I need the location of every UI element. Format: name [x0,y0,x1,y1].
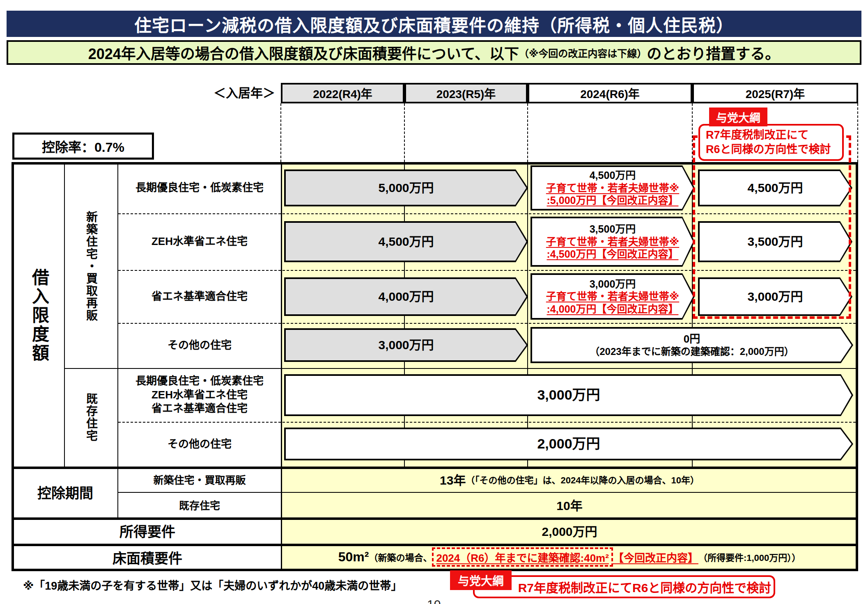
bar-2024-row3-content: 3,000万円 子育て世帯・若者夫婦世帯※ :4,000万円【今回改正内容】 [532,275,693,318]
subtitle-banner: 2024年入居等の場合の借入限度額及び床面積要件について、以下（※今回の改正内容… [7,40,861,65]
year-col-2022: 2022(R4)年 [281,83,404,103]
year-col-2024: 2024(R6)年 [528,83,692,103]
subtitle-paren: （※今回の改正内容は下線） [519,46,647,60]
row4-note: （2023年までに新築の建築確認：2,000万円） [590,345,794,357]
row-label-energy-std: 省エネ基準適合住宅 [118,270,281,323]
bar-2024-row3-top: 3,000万円 [590,278,636,291]
floor-area-label: 床面積要件 [14,546,281,569]
table-vline [527,165,528,467]
deduction-period-new-value: 13年（「その他の住宅」は、2024年以降の入居の場合、10年） [283,467,856,492]
column-guide-dash [527,103,528,162]
bar-2024-row1-content: 4,500万円 子育て世帯・若者夫婦世帯※ :5,000万円【今回改正内容】 [532,167,693,209]
floor-area-seg2: （所得要件:1,000万円）） [698,550,801,563]
r7-review-line2: R6と同様の方向性で検討 [706,142,842,157]
year-col-2025: 2025(R7)年 [692,83,858,103]
floor-area-red-boxed: 2024（R6）年までに建築確認:40m² [436,552,609,564]
group-existing: 既存住宅 [83,393,99,442]
bar-2024-2025-row4-content: 0円 （2023年までに新築の建築確認：2,000万円） [532,329,852,361]
r7-review-line1: R7年度税制改正にて [706,128,842,142]
move-in-year-label: ＜入居年＞ [148,83,275,103]
bar-2022-row3: 4,000万円 [284,277,528,316]
bar-2024-row3-red1: 子育て世帯・若者夫婦世帯※ [546,290,679,303]
bar-2024-row3-red2: :4,000万円【今回改正内容】 [547,303,679,316]
row-label-other-existing: その他の住宅 [118,422,281,467]
bar-2024-row2-red1: 子育て世帯・若者夫婦世帯※ [546,236,679,248]
bar-2022-row2-value: 4,500万円 [286,223,526,261]
existing-label-line1: 長期優良住宅・低炭素住宅 [135,374,264,388]
income-requirement-value: 2,000万円 [283,517,856,544]
table-vline [281,165,282,569]
slide-page: 住宅ローン減税の借入限度額及び床面積要件の維持（所得税・個人住民税） 2024年… [0,0,868,604]
group-existing-cell: 既存住宅 [65,369,117,466]
row-label-other-new: その他の住宅 [118,323,281,368]
period-13years-note: （「その他の住宅」は、2024年以降の入居の場合、10年） [466,473,699,486]
row-label-long-term: 長期優良住宅・低炭素住宅 [118,162,281,213]
existing-label-line2: ZEH水準省エネ住宅 [152,388,248,402]
deduction-period-existing-value: 10年 [283,492,856,517]
bar-existing-other: 2,000万円 [284,428,853,460]
r7-review-dashed-outline [693,135,851,319]
floor-area-red-tag: 【今回改正内容】 [613,549,698,565]
column-guide-dash [280,103,281,162]
bar-2022-row1: 5,000万円 [284,169,528,206]
row4-zero-yen: 0円 [684,333,700,346]
column-guide-dash [404,103,405,162]
floor-area-seg1: （新築の場合、 [369,550,432,563]
deduction-rate-box: 控除率：0.7% [12,133,154,160]
deduction-period-header: 控除期間 [14,469,117,515]
bar-2024-row2: 3,500万円 子育て世帯・若者夫婦世帯※ :4,500万円【今回改正内容】 [530,217,695,267]
bar-2024-row1-red1: 子育て世帯・若者夫婦世帯※ [546,182,679,194]
bar-2022-row4-value: 3,000万円 [286,330,526,360]
bar-2024-2025-row4: 0円 （2023年までに新築の建築確認：2,000万円） [530,327,853,363]
deduction-period-existing-label: 既存住宅 [118,492,281,517]
bar-2024-row1: 4,500万円 子育て世帯・若者夫婦世帯※ :5,000万円【今回改正内容】 [530,165,695,210]
group-new-construction: 新築住宅・買取再販 [83,211,99,322]
bar-2022-row2: 4,500万円 [284,221,528,262]
footnote: ※「19歳未満の子を有する世帯」又は「夫婦のいずれかが40歳未満の世帯」 [23,577,402,593]
floor-area-value: 50m² （新築の場合、 2024（R6）年までに建築確認:40m² 【今回改正… [283,545,856,569]
page-title: 住宅ローン減税の借入限度額及び床面積要件の維持（所得税・個人住民税） [7,11,861,37]
bar-existing-other-value: 2,000万円 [286,429,852,459]
ruling-party-badge-top: 与党大綱 [709,108,767,126]
income-requirement-label: 所得要件 [14,517,281,544]
r7-review-note-top: R7年度税制改正にて R6と同様の方向性で検討 [698,124,844,161]
subtitle-after: のとおり措置する。 [647,42,780,63]
loan-limit-header-cell: 借入限度額 [14,165,64,467]
existing-label-line3: 省エネ基準適合住宅 [152,402,248,416]
floor-area-50: 50m² [338,549,369,565]
bar-2024-row1-top: 4,500万円 [590,169,636,182]
floor-area-dashed-outline: 2024（R6）年までに建築確認:40m² [432,547,613,567]
ruling-party-badge-bottom: 与党大綱 [450,570,512,590]
bar-existing-certified: 3,000万円 [284,374,853,416]
bar-existing-certified-value: 3,000万円 [286,376,852,414]
bar-2022-row1-value: 5,000万円 [286,171,526,205]
row-label-existing-certified: 長期優良住宅・低炭素住宅 ZEH水準省エネ住宅 省エネ基準適合住宅 [118,368,281,422]
bar-2024-row2-red2: :4,500万円【今回改正内容】 [547,248,679,261]
column-guide-dash [857,103,858,162]
bar-2024-row1-red2: :5,000万円【今回改正内容】 [547,194,679,207]
group-new-construction-cell: 新築住宅・買取再販 [65,165,117,368]
page-number: 10 [427,597,441,604]
bar-2022-row3-value: 4,000万円 [286,279,526,314]
loan-limit-header: 借入限度額 [27,268,52,363]
period-13years: 13年 [440,470,466,488]
deduction-period-new-label: 新築住宅・買取再販 [118,467,281,492]
subtitle-before: 2024年入居等の場合の借入限度額及び床面積要件について、以下 [88,42,519,63]
bar-2022-row4: 3,000万円 [284,328,528,362]
year-col-2023: 2023(R5)年 [404,83,528,103]
bar-2024-row2-top: 3,500万円 [590,223,636,236]
row-label-zeh: ZEH水準省エネ住宅 [118,213,281,270]
r7-review-note-bottom: R7年度税制改正にてR6と同様の方向性で検討 [473,575,775,598]
bar-2024-row3: 3,000万円 子育て世帯・若者夫婦世帯※ :4,000万円【今回改正内容】 [530,273,695,320]
bar-2024-row2-content: 3,500万円 子育て世帯・若者夫婦世帯※ :4,500万円【今回改正内容】 [532,218,693,265]
